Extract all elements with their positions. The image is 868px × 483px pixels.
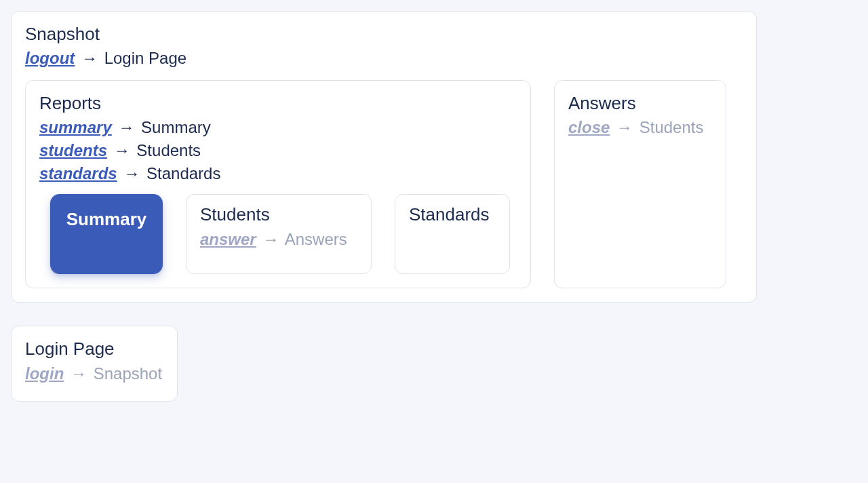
reports-title: Reports xyxy=(39,93,517,114)
tabs-row: Summary Students answer → Answers Standa… xyxy=(50,194,517,274)
arrow-icon: → xyxy=(81,49,98,67)
answers-card: Answers close → Students xyxy=(554,80,726,288)
login-link-line: login → Snapshot xyxy=(25,364,162,383)
snapshot-logout-line: logout → Login Page xyxy=(25,49,743,68)
login-title: Login Page xyxy=(25,339,162,360)
reports-link-standards-line: standards → Standards xyxy=(39,164,517,183)
reports-card: Reports summary → Summary students → Stu… xyxy=(25,80,531,288)
tab-standards[interactable]: Standards xyxy=(395,194,510,274)
arrow-icon: → xyxy=(114,141,130,159)
close-dest: Students xyxy=(639,118,704,136)
login-dest: Snapshot xyxy=(94,364,162,383)
answer-link[interactable]: answer xyxy=(200,230,256,248)
snapshot-card: Snapshot logout → Login Page Reports sum… xyxy=(11,11,757,303)
tab-students[interactable]: Students answer → Answers xyxy=(186,194,372,274)
standards-dest: Standards xyxy=(146,164,220,182)
arrow-icon: → xyxy=(123,164,140,182)
login-card: Login Page login → Snapshot xyxy=(11,326,178,401)
arrow-icon: → xyxy=(262,230,279,248)
students-link[interactable]: students xyxy=(39,141,107,159)
summary-dest: Summary xyxy=(141,118,211,136)
tab-standards-title: Standards xyxy=(409,204,496,225)
tab-summary[interactable]: Summary xyxy=(50,194,163,274)
reports-link-summary-line: summary → Summary xyxy=(39,118,517,137)
standards-link[interactable]: standards xyxy=(39,164,117,182)
answers-title: Answers xyxy=(568,93,712,114)
arrow-icon: → xyxy=(118,118,134,136)
login-link[interactable]: login xyxy=(25,364,64,383)
arrow-icon: → xyxy=(616,118,633,136)
students-dest: Students xyxy=(136,141,201,159)
tab-students-title: Students xyxy=(200,204,357,225)
tab-students-answer-line: answer → Answers xyxy=(200,230,357,249)
summary-link[interactable]: summary xyxy=(39,118,112,136)
reports-link-students-line: students → Students xyxy=(39,141,517,160)
answer-dest: Answers xyxy=(285,230,347,248)
logout-link[interactable]: logout xyxy=(25,49,75,67)
close-link[interactable]: close xyxy=(568,118,610,136)
logout-dest: Login Page xyxy=(104,49,186,67)
answers-close-line: close → Students xyxy=(568,118,712,137)
tab-summary-title: Summary xyxy=(66,209,147,230)
arrow-icon: → xyxy=(71,364,87,383)
snapshot-title: Snapshot xyxy=(25,24,743,45)
